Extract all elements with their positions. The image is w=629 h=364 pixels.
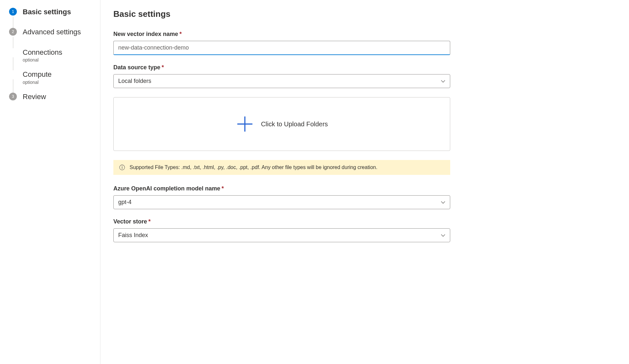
upload-folders-dropzone[interactable]: Click to Upload Folders — [113, 97, 450, 151]
info-text: Supported File Types: .md, .txt, .html, … — [130, 165, 377, 170]
label-text: Vector store — [113, 218, 147, 225]
step-sublabel: optional — [23, 57, 62, 63]
required-mark: * — [222, 185, 224, 192]
data-source-label: Data source type* — [113, 64, 450, 71]
step-sublabel: optional — [23, 80, 51, 85]
page-title: Basic settings — [113, 9, 450, 19]
dropdown-value: Faiss Index — [118, 232, 148, 239]
field-vector-store: Vector store* Faiss Index — [113, 218, 450, 242]
svg-rect-4 — [122, 167, 122, 169]
chevron-down-icon — [441, 200, 445, 205]
info-icon — [119, 165, 125, 170]
step-connections[interactable]: Connections optional — [9, 48, 94, 70]
completion-model-label: Azure OpenAI completion model name* — [113, 185, 450, 192]
step-label: Advanced settings — [23, 28, 81, 36]
step-label: Compute — [23, 70, 51, 79]
field-completion-model: Azure OpenAI completion model name* gpt-… — [113, 185, 450, 209]
upload-text: Click to Upload Folders — [261, 120, 328, 128]
required-mark: * — [179, 31, 182, 37]
step-review[interactable]: 3 Review — [9, 93, 94, 101]
step-number-icon: 1 — [9, 8, 17, 16]
field-data-source: Data source type* Local folders — [113, 64, 450, 88]
dropdown-value: Local folders — [118, 78, 151, 85]
index-name-input[interactable] — [113, 41, 450, 55]
field-index-name: New vector index name* — [113, 31, 450, 55]
chevron-down-icon — [441, 79, 445, 84]
dropdown-value: gpt-4 — [118, 199, 132, 206]
main-content: Basic settings New vector index name* Da… — [100, 0, 463, 364]
step-advanced-settings[interactable]: 2 Advanced settings — [9, 28, 94, 48]
step-label: Connections — [23, 48, 62, 57]
step-substep-spacer — [9, 70, 17, 78]
label-text: Azure OpenAI completion model name — [113, 185, 220, 192]
label-text: New vector index name — [113, 31, 178, 37]
step-number-icon: 2 — [9, 28, 17, 36]
step-compute[interactable]: Compute optional — [9, 70, 94, 92]
svg-point-3 — [122, 166, 122, 166]
index-name-label: New vector index name* — [113, 31, 450, 38]
data-source-dropdown[interactable]: Local folders — [113, 74, 450, 88]
step-label: Basic settings — [23, 8, 71, 16]
step-basic-settings[interactable]: 1 Basic settings — [9, 8, 94, 28]
required-mark: * — [148, 218, 151, 225]
vector-store-dropdown[interactable]: Faiss Index — [113, 228, 450, 242]
chevron-down-icon — [441, 233, 445, 238]
step-substep-spacer — [9, 48, 17, 56]
info-banner: Supported File Types: .md, .txt, .html, … — [113, 160, 450, 175]
step-number-icon: 3 — [9, 93, 17, 100]
label-text: Data source type — [113, 64, 160, 71]
step-list: 1 Basic settings 2 Advanced settings Con… — [9, 8, 94, 101]
wizard-sidebar: 1 Basic settings 2 Advanced settings Con… — [0, 0, 100, 364]
vector-store-label: Vector store* — [113, 218, 450, 225]
completion-model-dropdown[interactable]: gpt-4 — [113, 195, 450, 209]
plus-icon — [236, 115, 254, 133]
step-label: Review — [23, 93, 46, 101]
required-mark: * — [162, 64, 164, 71]
